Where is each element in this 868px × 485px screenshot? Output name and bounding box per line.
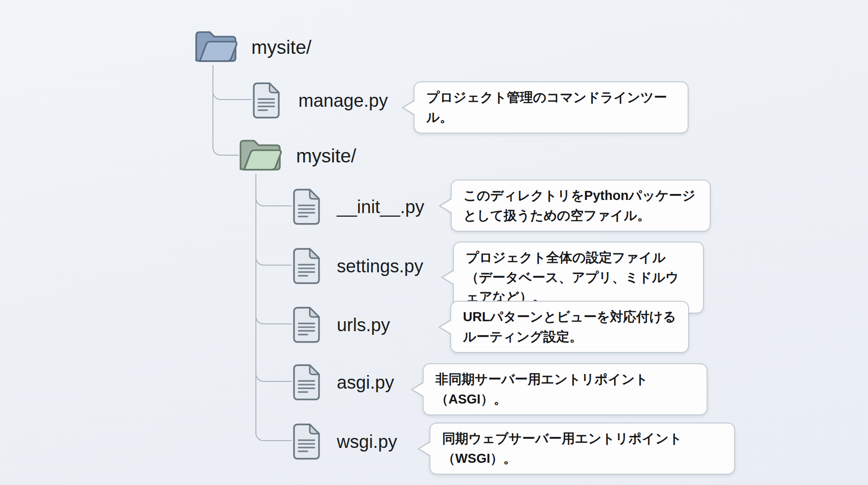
file-label-init: __init__.py (337, 198, 424, 216)
tree-connector-sub-wsgi (255, 174, 292, 441)
subfolder-label: mysite/ (296, 147, 356, 166)
annotation-bubble-manage: プロジェクト管理のコマンドラインツール。 (414, 81, 689, 133)
file-label-urls: urls.py (337, 316, 390, 334)
annotation-bubble-wsgi: 同期ウェブサーバー用エントリポイント（WSGI）。 (429, 423, 735, 475)
file-icon-settings (292, 247, 321, 285)
file-icon-wsgi (292, 423, 321, 461)
annotation-text: プロジェクト管理のコマンドラインツール。 (426, 88, 676, 127)
annotation-text: プロジェクト全体の設定ファイル（データベース、アプリ、ミドルウェアなど）。 (466, 248, 691, 307)
annotation-bubble-init: このディレクトリをPythonパッケージとして扱うための空ファイル。 (451, 180, 711, 232)
file-label-settings: settings.py (337, 257, 423, 275)
tree-connector-root-subfolder (212, 65, 239, 156)
root-folder-label: mysite/ (251, 38, 311, 57)
file-label-wsgi: wsgi.py (337, 433, 397, 451)
file-label-asgi: asgi.py (337, 373, 394, 391)
file-icon-init (292, 188, 321, 226)
annotation-bubble-asgi: 非同期サーバー用エントリポイント（ASGI）。 (423, 363, 708, 415)
file-icon-asgi (292, 363, 321, 401)
folder-open-icon-green (238, 137, 283, 174)
file-icon-urls (292, 306, 321, 344)
directory-diagram: mysite/ manage.py プロジェクト管理のコマンドラインツール。 m… (0, 0, 868, 485)
annotation-bubble-urls: URLパターンとビューを対応付けるルーティング設定。 (450, 301, 689, 353)
annotation-text: 非同期サーバー用エントリポイント（ASGI）。 (435, 370, 695, 409)
annotation-text: このディレクトリをPythonパッケージとして扱うための空ファイル。 (463, 186, 698, 225)
annotation-text: 同期ウェブサーバー用エントリポイント（WSGI）。 (442, 429, 722, 468)
file-label-manage: manage.py (298, 91, 388, 109)
folder-open-icon-blue (193, 28, 239, 65)
annotation-text: URLパターンとビューを対応付けるルーティング設定。 (463, 307, 676, 347)
file-icon-manage (251, 81, 281, 119)
